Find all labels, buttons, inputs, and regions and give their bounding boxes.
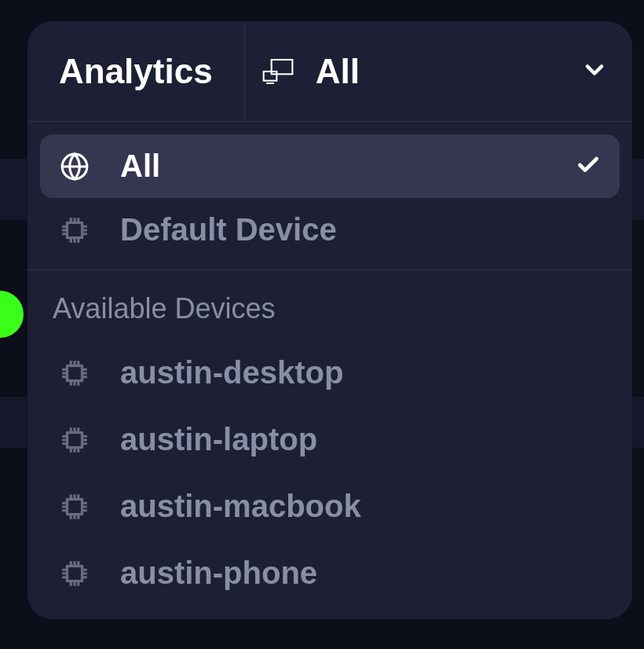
svg-rect-57 [68, 566, 82, 581]
globe-icon [59, 151, 90, 182]
background-accent [0, 291, 24, 338]
svg-rect-44 [68, 499, 82, 514]
chip-icon [59, 424, 90, 456]
device-item[interactable]: austin-phone [40, 540, 620, 607]
chip-icon [59, 491, 90, 522]
device-selector-button[interactable]: All [245, 21, 632, 121]
option-label: Default Device [120, 212, 601, 248]
option-default-device[interactable]: Default Device [40, 198, 620, 262]
device-label: austin-laptop [120, 422, 317, 457]
svg-rect-18 [68, 365, 82, 380]
check-icon [576, 152, 601, 181]
chip-icon [59, 214, 90, 246]
option-all[interactable]: All [40, 134, 620, 198]
dropdown-header: Analytics All [27, 21, 632, 122]
device-label: austin-desktop [120, 355, 343, 390]
selector-content: All [262, 52, 580, 91]
svg-rect-5 [68, 222, 82, 237]
chip-icon [59, 358, 90, 389]
section-header: Available Devices [40, 286, 620, 339]
selector-label: All [316, 52, 360, 91]
device-label: austin-macbook [120, 489, 361, 524]
divider [27, 270, 632, 270]
svg-rect-1 [263, 72, 276, 81]
analytics-tab[interactable]: Analytics [27, 21, 245, 121]
devices-icon [262, 56, 294, 87]
option-label: All [120, 148, 546, 184]
chip-icon [59, 558, 90, 589]
tab-label: Analytics [59, 52, 213, 91]
device-dropdown-panel: Analytics All [27, 21, 632, 619]
device-label: austin-phone [120, 556, 317, 591]
svg-rect-31 [68, 432, 82, 447]
device-item[interactable]: austin-laptop [40, 406, 620, 473]
device-item[interactable]: austin-macbook [40, 473, 620, 540]
device-item[interactable]: austin-desktop [40, 339, 620, 406]
options-section: All [27, 122, 632, 619]
chevron-down-icon [580, 56, 609, 87]
